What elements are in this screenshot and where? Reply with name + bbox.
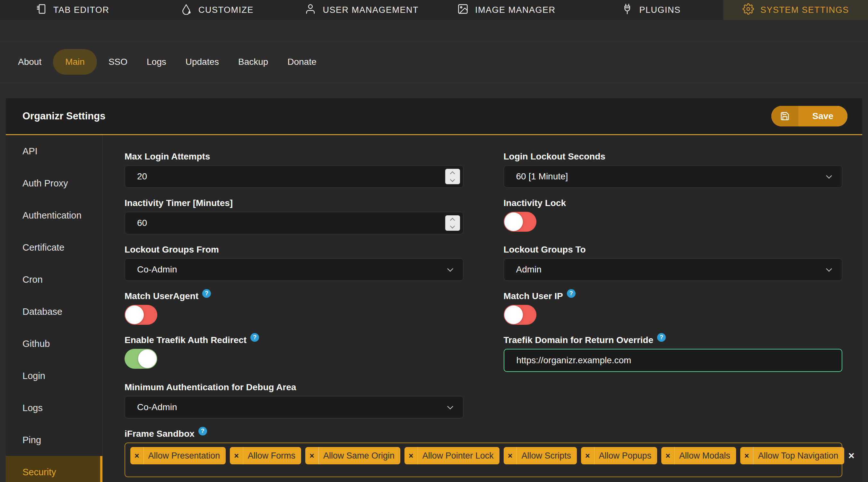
sidebar-item-cron[interactable]: Cron: [6, 263, 102, 295]
field-label-text: Match User IP: [504, 291, 563, 301]
nav-label: PLUGINS: [640, 5, 681, 15]
number-spinner[interactable]: [445, 215, 460, 231]
sandbox-tag: × Allow Top Navigation: [740, 447, 844, 464]
toggle-knob: [125, 306, 144, 324]
nav-item-customize[interactable]: CUSTOMIZE: [145, 0, 289, 20]
subnav-item-sso[interactable]: SSO: [99, 57, 137, 67]
sidebar-item-api[interactable]: API: [6, 135, 102, 167]
ink-drop-icon: [180, 3, 192, 17]
sidebar-item-certificate[interactable]: Certificate: [6, 231, 102, 263]
user-icon: [305, 3, 316, 17]
field-login-lockout-seconds: Login Lockout Seconds 60 [1 Minute]: [504, 151, 843, 188]
remove-tag-icon[interactable]: ×: [130, 447, 144, 464]
nav-item-plugins[interactable]: PLUGINS: [579, 0, 723, 20]
sandbox-tag: × Allow Modals: [661, 447, 736, 464]
remove-tag-icon[interactable]: ×: [581, 447, 594, 464]
inactivity-timer-input[interactable]: [128, 218, 441, 228]
field-label: Lockout Groups To: [504, 244, 843, 255]
remove-tag-icon[interactable]: ×: [504, 447, 517, 464]
lockout-groups-to-select[interactable]: Admin: [504, 258, 843, 281]
field-label: Enable Traefik Auth Redirect ?: [125, 335, 464, 346]
spinner-down-icon[interactable]: [450, 223, 455, 228]
inactivity-lock-toggle[interactable]: [504, 212, 536, 232]
subnav-item-main[interactable]: Main: [53, 49, 97, 75]
tag-label: Allow Top Navigation: [753, 451, 844, 461]
help-icon[interactable]: ?: [202, 289, 211, 298]
field-label: Match User IP ?: [504, 291, 843, 302]
plug-icon: [621, 3, 633, 17]
field-match-user-ip: Match User IP ?: [504, 291, 843, 325]
chevron-down-icon: [826, 173, 832, 179]
selected-value: 60 [1 Minute]: [516, 171, 568, 182]
subnav-item-backup[interactable]: Backup: [228, 57, 278, 67]
traefik-domain-input[interactable]: [507, 355, 839, 365]
image-icon: [457, 3, 469, 17]
field-label-text: Traefik Domain for Return Override: [504, 335, 654, 345]
max-login-attempts-input[interactable]: [128, 171, 441, 182]
form-grid: Max Login Attempts Login Lockout Seconds…: [125, 151, 842, 482]
sandbox-tag: × Allow Forms: [230, 447, 301, 464]
chevron-down-icon: [826, 266, 832, 271]
min-auth-debug-select[interactable]: Co-Admin: [125, 396, 464, 418]
subnav-item-about[interactable]: About: [8, 57, 51, 67]
spinner-down-icon[interactable]: [450, 177, 455, 182]
field-label: Traefik Domain for Return Override ?: [504, 335, 843, 346]
spinner-up-icon[interactable]: [450, 218, 455, 223]
nav-item-system-settings[interactable]: SYSTEM SETTINGS: [723, 0, 868, 20]
field-iframe-sandbox: iFrame Sandbox ? × Allow Presentation × …: [125, 428, 842, 477]
security-settings-form: Max Login Attempts Login Lockout Seconds…: [103, 135, 862, 482]
help-icon[interactable]: ?: [250, 333, 259, 342]
sidebar-item-auth-proxy[interactable]: Auth Proxy: [6, 167, 102, 199]
help-icon[interactable]: ?: [567, 289, 576, 298]
tag-label: Allow Presentation: [144, 451, 226, 461]
sidebar-item-database[interactable]: Database: [6, 295, 102, 328]
field-lockout-groups-to: Lockout Groups To Admin: [504, 244, 843, 281]
sidebar-item-login[interactable]: Login: [6, 360, 102, 392]
enable-traefik-auth-redirect-toggle[interactable]: [125, 349, 157, 369]
subnav-item-logs[interactable]: Logs: [137, 57, 176, 67]
spinner-up-icon[interactable]: [450, 171, 455, 176]
sandbox-tag: × Allow Pointer Lock: [404, 447, 499, 464]
sidebar-item-github[interactable]: Github: [6, 328, 102, 360]
clear-all-tags-icon[interactable]: ×: [848, 447, 858, 464]
sidebar-item-security[interactable]: Security: [6, 456, 102, 482]
subnav-item-updates[interactable]: Updates: [176, 57, 228, 67]
sandbox-tag: × Allow Scripts: [504, 447, 577, 464]
lockout-groups-from-select[interactable]: Co-Admin: [125, 258, 464, 281]
field-label-text: iFrame Sandbox: [125, 429, 194, 439]
login-lockout-seconds-select[interactable]: 60 [1 Minute]: [504, 165, 843, 188]
remove-tag-icon[interactable]: ×: [740, 447, 754, 464]
floppy-icon: [771, 106, 798, 126]
sandbox-tag: × Allow Popups: [581, 447, 657, 464]
field-label: Max Login Attempts: [125, 151, 464, 162]
sidebar-item-ping[interactable]: Ping: [6, 424, 102, 456]
help-icon[interactable]: ?: [657, 333, 666, 342]
field-max-login-attempts: Max Login Attempts: [125, 151, 464, 188]
field-label: iFrame Sandbox ?: [125, 428, 842, 439]
number-spinner[interactable]: [445, 169, 460, 184]
match-user-ip-toggle[interactable]: [504, 305, 536, 325]
sidebar-item-logs[interactable]: Logs: [6, 392, 102, 424]
remove-tag-icon[interactable]: ×: [661, 447, 675, 464]
match-useragent-toggle[interactable]: [125, 305, 157, 325]
help-icon[interactable]: ?: [198, 427, 207, 436]
field-label: Inactivity Lock: [504, 198, 843, 208]
save-button[interactable]: Save: [771, 106, 847, 126]
traefik-domain-inputbox: [504, 349, 843, 372]
nav-label: SYSTEM SETTINGS: [761, 5, 849, 15]
tag-label: Allow Pointer Lock: [418, 451, 499, 461]
iframe-sandbox-tags-input[interactable]: × Allow Presentation × Allow Forms × All…: [125, 443, 842, 477]
field-label: Inactivity Timer [Minutes]: [125, 198, 464, 208]
remove-tag-icon[interactable]: ×: [230, 447, 243, 464]
nav-item-user-management[interactable]: USER MANAGEMENT: [289, 0, 434, 20]
settings-panel: Organizr Settings Save API Auth Proxy Au…: [6, 98, 862, 482]
nav-item-image-manager[interactable]: IMAGE MANAGER: [434, 0, 579, 20]
chevron-down-icon: [447, 266, 453, 271]
remove-tag-icon[interactable]: ×: [404, 447, 418, 464]
field-inactivity-timer: Inactivity Timer [Minutes]: [125, 198, 464, 234]
subnav-item-donate[interactable]: Donate: [278, 57, 326, 67]
field-label: Match UserAgent ?: [125, 291, 464, 302]
nav-item-tab-editor[interactable]: TAB EDITOR: [0, 0, 145, 20]
remove-tag-icon[interactable]: ×: [305, 447, 319, 464]
sidebar-item-authentication[interactable]: Authentication: [6, 199, 102, 231]
